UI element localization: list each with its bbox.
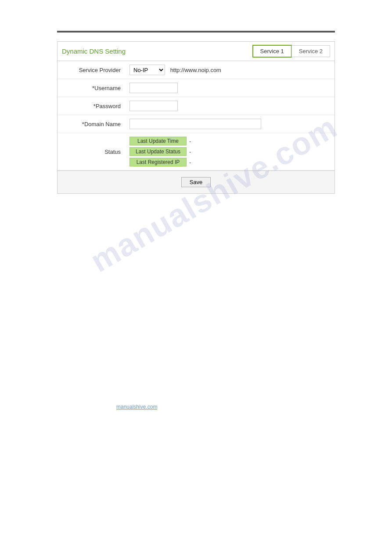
label-username: *Username — [58, 79, 128, 97]
label-status: Status — [58, 133, 128, 170]
form-table: Service Provider No-IP DynDNS 3322 http:… — [58, 61, 334, 170]
status-dash-1: - — [189, 149, 191, 155]
row-username: *Username — [58, 79, 334, 97]
label-password: *Password — [58, 97, 128, 115]
value-status: Last Update Time - Last Update Status - … — [128, 133, 334, 170]
dns-settings-card: Dynamic DNS Setting Service 1 Service 2 … — [57, 41, 335, 194]
row-status: Status Last Update Time - Last Update St… — [58, 133, 334, 170]
row-domain-name: *Domain Name — [58, 115, 334, 133]
value-service-provider: No-IP DynDNS 3322 http://www.noip.com — [128, 61, 334, 79]
status-row-2: Last Registered IP - — [129, 158, 329, 167]
label-domain-name: *Domain Name — [58, 115, 128, 133]
status-dash-0: - — [189, 138, 191, 145]
value-domain-name — [128, 115, 334, 133]
status-dash-2: - — [189, 159, 191, 166]
status-container: Last Update Time - Last Update Status - … — [129, 137, 329, 167]
save-button[interactable]: Save — [181, 177, 211, 187]
status-row-1: Last Update Status - — [129, 147, 329, 156]
value-password — [128, 97, 334, 115]
input-username[interactable] — [129, 83, 178, 93]
bottom-link[interactable]: manualshive.com — [116, 404, 157, 410]
tab-service2[interactable]: Service 2 — [291, 45, 330, 57]
status-badge-update-status: Last Update Status — [129, 147, 187, 156]
top-border — [57, 31, 335, 33]
tabs-container: Service 1 Service 2 — [253, 45, 330, 57]
card-title: Dynamic DNS Setting — [62, 47, 126, 55]
footer-row: Save — [58, 170, 334, 193]
status-badge-registered-ip: Last Registered IP — [129, 158, 187, 167]
main-container: Dynamic DNS Setting Service 1 Service 2 … — [57, 41, 335, 194]
card-header: Dynamic DNS Setting Service 1 Service 2 — [58, 42, 334, 61]
select-service-provider[interactable]: No-IP DynDNS 3322 — [129, 65, 165, 75]
input-domain-name[interactable] — [129, 119, 261, 129]
value-username — [128, 79, 334, 97]
status-row-0: Last Update Time - — [129, 137, 329, 145]
input-password[interactable] — [129, 101, 178, 111]
label-service-provider: Service Provider — [58, 61, 128, 79]
tab-service1[interactable]: Service 1 — [253, 45, 291, 57]
row-service-provider: Service Provider No-IP DynDNS 3322 http:… — [58, 61, 334, 79]
status-badge-update-time: Last Update Time — [129, 137, 187, 145]
provider-link: http://www.noip.com — [170, 67, 221, 73]
row-password: *Password — [58, 97, 334, 115]
